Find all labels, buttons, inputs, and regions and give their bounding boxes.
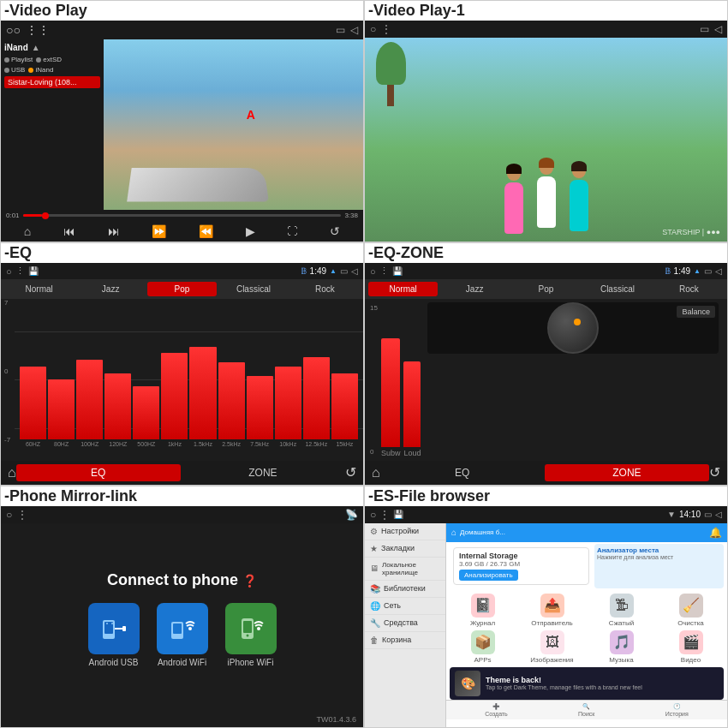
extsd-tab[interactable]: extSD: [36, 56, 62, 63]
eqz-tab-eq[interactable]: EQ: [380, 464, 545, 481]
icon-apps[interactable]: 📦 APPs: [450, 630, 516, 664]
search-btn[interactable]: 🔍 Поиск: [578, 703, 594, 717]
bar-fill-60hz[interactable]: [20, 367, 46, 439]
dots-pm[interactable]: ⋮: [17, 509, 27, 521]
cast-icon-pm[interactable]: 📡: [345, 509, 358, 521]
theme-banner[interactable]: 🎨 Theme is back! Tap to get Dark Theme, …: [450, 667, 724, 700]
dots-eqz[interactable]: ⋮: [379, 266, 389, 277]
circle-pm[interactable]: ○: [6, 509, 12, 521]
back-icon-vp1[interactable]: ◁: [714, 23, 722, 35]
dots-es[interactable]: ⋮: [379, 509, 390, 521]
zone-preset-normal[interactable]: Normal: [368, 282, 438, 296]
playlist-item[interactable]: Sistar-Loving (108...: [4, 76, 100, 88]
history-btn[interactable]: 🕐 История: [665, 703, 689, 717]
preset-classical[interactable]: Classical: [218, 282, 288, 296]
icon-images[interactable]: 🖼 Изображения: [519, 630, 585, 664]
circle-icon[interactable]: ○: [6, 23, 21, 37]
back-btn-eqz[interactable]: ↺: [709, 464, 720, 480]
analyze-btn[interactable]: Анализировать: [459, 570, 518, 581]
back-btn[interactable]: ↺: [330, 224, 340, 238]
circle-eqz[interactable]: ○: [370, 266, 376, 277]
save-es[interactable]: 💾: [393, 510, 403, 519]
eq-tab-zone[interactable]: ZONE: [181, 464, 345, 481]
play-btn[interactable]: ▶: [246, 224, 255, 238]
balance-btn[interactable]: Balance: [677, 306, 715, 318]
video-marker: A: [247, 108, 255, 122]
zone-knob[interactable]: [547, 302, 599, 354]
menu-icon[interactable]: ⋮: [26, 23, 50, 37]
sidebar-item-tools[interactable]: 🔧 Средства: [365, 615, 445, 632]
home-btn-eq[interactable]: ⌂: [8, 465, 16, 480]
dots-icon-vp1[interactable]: ⋮: [381, 23, 391, 35]
iphone-wifi-icon[interactable]: [225, 603, 277, 654]
preset-normal[interactable]: Normal: [4, 282, 74, 296]
images-icon: 🖼: [540, 630, 564, 654]
progress-fill: [23, 214, 42, 217]
prev-btn[interactable]: ⏮: [63, 224, 75, 238]
icon-journal[interactable]: 📓 Журнал: [450, 594, 516, 627]
icon-clean[interactable]: 🧹 Очистка: [658, 594, 724, 627]
icon-sender[interactable]: 📤 Отправитель: [519, 594, 585, 627]
pm-topbar: ○ ⋮ 📡: [1, 506, 363, 523]
back-eq[interactable]: ◁: [351, 266, 358, 276]
window-icon-vp1[interactable]: ▭: [700, 23, 709, 35]
sidebar-item-bookmarks[interactable]: ★ Закладки: [365, 540, 445, 558]
arrow-up-eqz: ▲: [694, 267, 701, 275]
preset-jazz[interactable]: Jazz: [75, 282, 145, 296]
android-wifi-label: Android WiFi: [158, 658, 206, 667]
video-play-topbar: ○ ⋮ ▭ ◁: [1, 21, 363, 39]
preset-pop[interactable]: Pop: [147, 282, 217, 296]
sidebar-item-settings[interactable]: ⚙ Настройки: [365, 523, 445, 540]
sidebar-item-libs[interactable]: 📚 Библиотеки: [365, 581, 445, 598]
icon-compressed[interactable]: 🗜 Сжатый: [588, 594, 654, 627]
window-eq[interactable]: ▭: [340, 266, 348, 276]
eq-tab-eq[interactable]: EQ: [16, 464, 181, 481]
zone-preset-jazz[interactable]: Jazz: [439, 282, 509, 296]
rew-btn[interactable]: ⏪: [199, 224, 213, 238]
usb-tab[interactable]: USB: [4, 66, 25, 74]
sidebar-item-local[interactable]: 🖥 Локальное хранилище: [365, 558, 445, 581]
create-btn[interactable]: ➕ Создать: [485, 703, 508, 717]
eqz-tab-zone[interactable]: ZONE: [545, 464, 709, 481]
es-file-inner: ○ ⋮ 💾 ▼ 14:10 ▭ ◁ ⚙ Настройки ★: [365, 506, 727, 727]
back-es[interactable]: ◁: [715, 510, 722, 519]
home-btn-eqz[interactable]: ⌂: [372, 465, 380, 480]
back-eqz[interactable]: ◁: [715, 266, 722, 276]
android-usb-icon[interactable]: [88, 603, 140, 654]
icon-video[interactable]: 🎬 Видео: [658, 630, 724, 664]
ff-btn[interactable]: ⏩: [152, 224, 166, 238]
section-title-eq-zone: -EQ-ZONE: [365, 243, 727, 263]
window-icon[interactable]: ▭: [336, 24, 345, 36]
home-btn[interactable]: ⌂: [24, 224, 31, 238]
icon-music[interactable]: 🎵 Музыка: [588, 630, 654, 664]
time-start: 0:01: [6, 212, 20, 219]
preset-rock[interactable]: Rock: [290, 282, 360, 296]
save-eqz[interactable]: 💾: [392, 266, 403, 276]
next-btn[interactable]: ⏭: [108, 224, 120, 238]
android-wifi-icon[interactable]: [157, 603, 208, 654]
es-bottombar: ➕ Создать 🔍 Поиск 🕐 История: [446, 700, 727, 719]
notification-icon[interactable]: 🔔: [709, 527, 722, 539]
sidebar-item-trash[interactable]: 🗑 Корзина: [365, 632, 445, 649]
dots-eq[interactable]: ⋮: [15, 266, 25, 277]
fullscreen-btn[interactable]: ⛶: [287, 225, 297, 237]
zone-preset-rock[interactable]: Rock: [654, 282, 724, 296]
sidebar-item-network[interactable]: 🌐 Сеть: [365, 598, 445, 615]
cell-es-file: -ES-File browser ○ ⋮ 💾 ▼ 14:10 ▭ ◁ ⚙ Нас…: [364, 486, 728, 728]
window-eqz[interactable]: ▭: [704, 266, 712, 276]
back-icon[interactable]: ◁: [350, 24, 358, 36]
circle-eq[interactable]: ○: [6, 266, 12, 277]
window-es[interactable]: ▭: [704, 510, 712, 519]
progress-bar[interactable]: [23, 214, 342, 217]
bar-7-5khz: 7.5kHz: [247, 314, 273, 446]
inand-tab[interactable]: iNand: [28, 66, 53, 74]
back-btn-eq[interactable]: ↺: [345, 464, 356, 480]
zone-preset-classical[interactable]: Classical: [582, 282, 652, 296]
circle-icon-vp1[interactable]: ○: [370, 23, 376, 35]
help-icon[interactable]: ❓: [242, 574, 257, 588]
section-title-phone-mirror: -Phone Mirror-link: [1, 486, 363, 506]
circle-es[interactable]: ○: [370, 509, 376, 521]
playlist-tab[interactable]: Playlist: [4, 56, 33, 63]
zone-preset-pop[interactable]: Pop: [511, 282, 581, 296]
save-eq[interactable]: 💾: [28, 266, 39, 276]
